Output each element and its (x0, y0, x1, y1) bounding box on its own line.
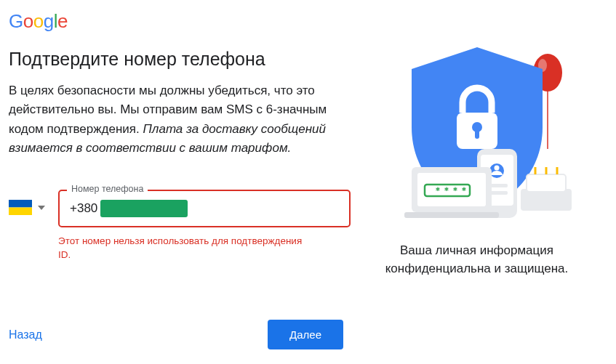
security-illustration: ＊＊＊＊ (368, 40, 586, 229)
svg-rect-7 (475, 129, 479, 139)
svg-text:＊＊＊＊: ＊＊＊＊ (433, 185, 468, 195)
redacted-overlay (100, 200, 188, 217)
back-link[interactable]: Назад (9, 328, 42, 341)
flag-ukraine-icon (9, 200, 32, 215)
svg-rect-0 (9, 200, 32, 208)
google-logo: Google (9, 10, 603, 33)
description-text: В целях безопасности мы должны убедиться… (9, 81, 343, 158)
svg-rect-1 (9, 208, 32, 216)
phone-label: Номер телефона (67, 184, 148, 194)
phone-error: Этот номер нельзя использовать для подтв… (58, 235, 305, 261)
svg-rect-23 (404, 212, 499, 218)
next-button[interactable]: Далее (268, 320, 343, 349)
svg-point-16 (494, 166, 499, 171)
page-title: Подтвердите номер телефона (9, 49, 351, 70)
svg-rect-9 (527, 174, 566, 192)
chevron-down-icon (38, 206, 45, 210)
privacy-caption: Ваша личная информация конфиденциальна и… (351, 242, 603, 278)
country-select[interactable] (9, 190, 45, 215)
